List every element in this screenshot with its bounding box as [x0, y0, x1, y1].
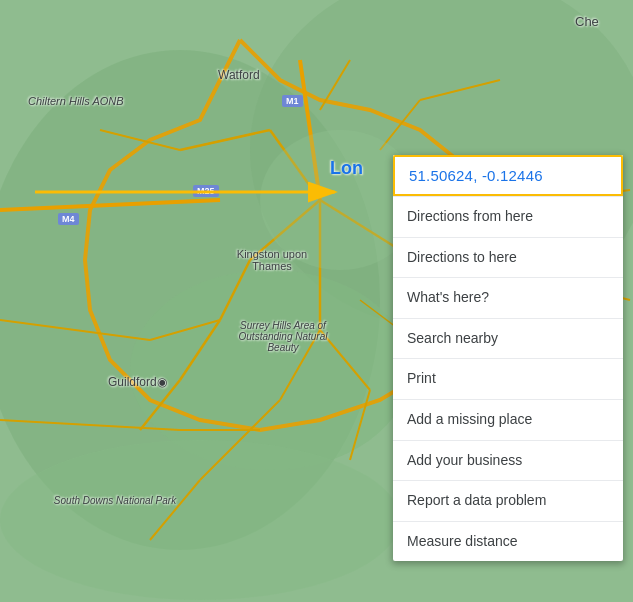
- directions-from-button[interactable]: Directions from here: [393, 196, 623, 237]
- report-problem-button[interactable]: Report a data problem: [393, 480, 623, 521]
- print-button[interactable]: Print: [393, 358, 623, 399]
- measure-distance-button[interactable]: Measure distance: [393, 521, 623, 562]
- svg-point-3: [130, 270, 410, 470]
- map-container: Chiltern Hills AONB Watford Lon Che King…: [0, 0, 633, 602]
- map-arrow: [25, 170, 375, 220]
- add-missing-place-button[interactable]: Add a missing place: [393, 399, 623, 440]
- add-business-button[interactable]: Add your business: [393, 440, 623, 481]
- svg-point-4: [0, 440, 400, 600]
- context-menu: 51.50624, -0.12446 Directions from here …: [393, 155, 623, 561]
- directions-to-button[interactable]: Directions to here: [393, 237, 623, 278]
- search-nearby-button[interactable]: Search nearby: [393, 318, 623, 359]
- whats-here-button[interactable]: What's here?: [393, 277, 623, 318]
- coordinates-display[interactable]: 51.50624, -0.12446: [393, 155, 623, 196]
